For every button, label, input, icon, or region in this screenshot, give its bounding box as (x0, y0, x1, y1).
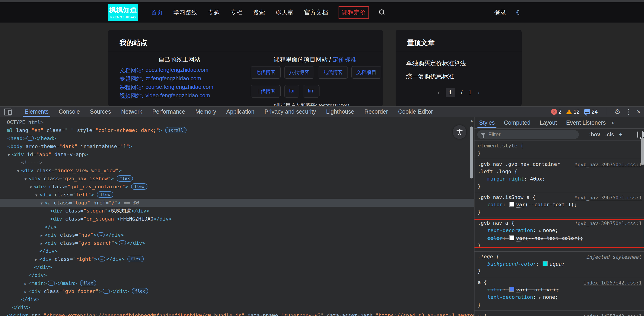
dom-tree-row[interactable]: <!----> (0, 158, 474, 166)
dom-tree-row[interactable]: ▶<div class="gvb_footer">…</div>flex (0, 287, 474, 295)
devtools-tab-elements[interactable]: Elements (20, 106, 54, 117)
toggle-[interactable]: + (619, 132, 622, 138)
expand-arrow-down-icon[interactable]: ▼ (39, 200, 44, 208)
dom-tree-row[interactable]: <body arco-theme="dark" inmaintabuse="1"… (0, 142, 474, 150)
dom-tree-row[interactable]: ▶<div class="right">…</div>flex (0, 255, 474, 263)
rule-source-link[interactable]: index-1d257e42.css:1 (584, 313, 642, 316)
dom-tree-row[interactable]: </div> (0, 263, 474, 271)
ellipsis-expander[interactable]: … (102, 289, 110, 294)
badge-flex[interactable]: flex (80, 280, 96, 286)
nav-item-课程定价[interactable]: 课程定价 (338, 6, 369, 19)
badge-flex[interactable]: flex (128, 256, 144, 262)
devtools-tab-lighthouse[interactable]: Lighthouse (321, 106, 359, 117)
ellipsis-expander[interactable]: … (98, 256, 106, 262)
scrollbar-thumb[interactable] (470, 126, 473, 178)
rule-source-link[interactable]: *gvb_nav-39b750e1.css:1 (575, 194, 642, 202)
dark-mode-toggle-icon[interactable]: ☾ (516, 8, 522, 16)
dom-tree-row[interactable]: </div> (0, 247, 474, 255)
expand-arrow-right-icon[interactable]: ▶ (39, 232, 44, 240)
expand-arrow-right-icon[interactable]: ▶ (22, 288, 28, 296)
devtools-tab-recorder[interactable]: Recorder (359, 106, 393, 117)
project-button-fim[interactable]: fim (303, 85, 319, 98)
color-swatch-aqua[interactable] (542, 261, 548, 266)
site-link-label[interactable]: 专题网站: (120, 75, 143, 84)
settings-gear-icon[interactable]: ⚙ (614, 108, 621, 116)
dom-tree-row[interactable]: ▼<div class="gvb_nav_container">flex (0, 182, 474, 191)
dom-tree-row[interactable]: ▼<div class="left">flex (0, 191, 474, 199)
nav-item-首页[interactable]: 首页 (151, 8, 163, 16)
dom-tree-row[interactable]: </div> (0, 303, 474, 312)
next-page-button[interactable]: › (478, 88, 480, 96)
site-link-label[interactable]: 文档网站: (120, 67, 143, 75)
expand-longhand-icon[interactable]: ▶ (539, 227, 541, 234)
dock-panel-icon[interactable] (642, 131, 643, 138)
rule-selector[interactable]: element.style { (478, 142, 642, 150)
ellipsis-expander[interactable]: … (97, 232, 105, 237)
login-link[interactable]: 登录 (494, 8, 506, 16)
accessibility-person-icon[interactable] (453, 125, 466, 139)
devtools-tab-sources[interactable]: Sources (85, 106, 116, 117)
project-button-九代博客[interactable]: 九代博客 (318, 66, 348, 79)
devtools-tab-privacy-and-security[interactable]: Privacy and security (260, 106, 321, 117)
ellipsis-expander[interactable]: … (48, 280, 55, 286)
rule-source-link[interactable]: *gvb_nav-39b750e1.css:1 (575, 220, 642, 227)
dom-tree-row[interactable]: ▶<main>…</main>flex (0, 279, 474, 287)
nav-item-专题[interactable]: 专题 (208, 8, 220, 16)
dom-tree-row[interactable]: ▶<div class="gvb_search">…</div> (0, 239, 474, 247)
site-link-url[interactable]: video.fengfengzhidao.com (146, 92, 210, 101)
current-page[interactable]: 1 (446, 88, 455, 97)
dom-tree-row[interactable]: ▼<div class="gvb_nav isShow">flex (0, 174, 474, 182)
expand-arrow-right-icon[interactable]: ▶ (33, 256, 39, 264)
scrollbar-up-arrow[interactable]: ▲ (469, 119, 474, 123)
color-swatch-blue[interactable] (509, 287, 514, 292)
devtools-tab-application[interactable]: Application (221, 106, 260, 117)
more-tabs-chevron[interactable]: » (611, 119, 615, 126)
dom-tree-row[interactable]: </a> (0, 223, 474, 231)
ellipsis-expander[interactable]: … (119, 240, 126, 246)
css-declaration[interactable]: color: var(--active); (478, 286, 642, 294)
devtools-tab-console[interactable]: Console (54, 106, 85, 117)
site-link-url[interactable]: docs.fengfengzhidao.com (146, 67, 208, 75)
dom-tree-row[interactable]: ml lang="en" class=" " style="color-sche… (0, 126, 474, 134)
css-declaration[interactable]: color: var(--nav_text_color); (478, 234, 642, 242)
css-declaration[interactable]: color: var(--color-text-1); (478, 201, 642, 208)
devtools-tab-performance[interactable]: Performance (147, 106, 190, 117)
expand-arrow-right-icon[interactable]: ▶ (39, 240, 44, 248)
ellipsis-expander[interactable]: … (26, 136, 34, 141)
toggle-cls[interactable]: .cls (605, 132, 614, 138)
dom-tree-row[interactable]: ▼<div class="index_view web_view"> (0, 166, 474, 174)
badge-flex[interactable]: flex (97, 191, 113, 198)
device-toolbar-icon[interactable] (4, 108, 12, 115)
dom-tree-row[interactable]: <head>…</head> (0, 134, 474, 142)
close-devtools-icon[interactable]: × (637, 108, 641, 116)
paint-roller-icon[interactable] (637, 132, 638, 138)
nav-item-聊天室[interactable]: 聊天室 (276, 8, 294, 16)
expand-arrow-down-icon[interactable]: ▼ (22, 175, 28, 183)
expand-arrow-down-icon[interactable]: ▼ (28, 183, 34, 191)
badge-flex[interactable]: flex (131, 183, 148, 190)
elements-scrollbar[interactable]: ▲ (469, 117, 474, 316)
css-declaration[interactable]: text-decoration: ▶none; (478, 294, 642, 301)
search-icon[interactable] (379, 10, 385, 16)
styles-filter-input[interactable]: Filter (477, 130, 579, 139)
badge-flex[interactable]: flex (132, 288, 148, 294)
dom-tree-row[interactable]: </div> (0, 271, 474, 279)
styles-scrollbar-thumb[interactable] (641, 138, 644, 165)
toggle-hov[interactable]: :hov (589, 132, 600, 138)
site-link-url[interactable]: zt.fengfengzhidao.com (146, 75, 201, 84)
site-link-url[interactable]: course.fengfengzhidao.com (146, 84, 214, 92)
dom-tree-row[interactable]: OCTYPE html> (0, 118, 474, 126)
kebab-menu-icon[interactable]: ⋮ (625, 108, 632, 116)
site-link-label[interactable]: 课程网站: (120, 84, 143, 92)
dom-tree-row[interactable]: <div class="en_slogan">FFENGZHIDAO</div> (0, 215, 474, 223)
css-declaration[interactable]: margin-right: 40px; (478, 175, 642, 182)
prev-page-button[interactable]: ‹ (438, 88, 440, 96)
pinned-article[interactable]: 单独购买定价标准算法 (406, 59, 466, 72)
rule-source-link[interactable]: injected stylesheet (586, 254, 642, 261)
attr-value-link[interactable]: "/" (108, 200, 118, 206)
css-declaration[interactable]: background-color: aqua; (478, 260, 642, 268)
styles-tab-computed[interactable]: Computed (499, 117, 535, 128)
nav-item-官方文档[interactable]: 官方文档 (304, 8, 328, 16)
styles-tab-layout[interactable]: Layout (535, 117, 562, 128)
color-swatch-white[interactable] (509, 235, 514, 240)
